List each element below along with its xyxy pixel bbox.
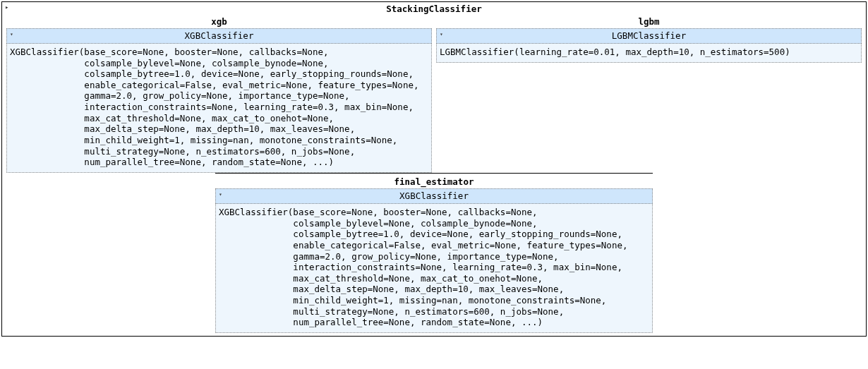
estimator-lgbm-header[interactable]: ▾ LGBMClassifier <box>436 28 862 44</box>
estimator-xgb-column: xgb ▾ XGBClassifier XGBClassifier(base_s… <box>6 16 432 173</box>
estimator-lgbm-column: lgbm ▾ LGBMClassifier LGBMClassifier(lea… <box>436 16 862 63</box>
estimator-lgbm-body: LGBMClassifier(learning_rate=0.01, max_d… <box>436 44 862 63</box>
main-title-row[interactable]: ▸ StackingClassifier <box>2 2 866 16</box>
estimator-xgb-header-text: XGBClassifier <box>185 30 254 41</box>
stacking-classifier-box: ▸ StackingClassifier xgb ▾ XGBClassifier… <box>1 1 867 337</box>
final-estimator-title: final_estimator <box>215 175 653 189</box>
final-estimator-divider: final_estimator ▾ XGBClassifier XGBClass… <box>215 173 653 333</box>
estimator-lgbm-name: lgbm <box>436 16 862 29</box>
final-estimator-header[interactable]: ▾ XGBClassifier <box>215 188 653 204</box>
chevron-down-icon[interactable]: ▾ <box>10 31 13 38</box>
final-estimator-header-text: XGBClassifier <box>399 190 469 201</box>
final-estimator-box: ▾ XGBClassifier XGBClassifier(base_score… <box>215 188 653 333</box>
estimator-lgbm-header-text: LGBMClassifier <box>612 30 686 41</box>
final-estimator-body: XGBClassifier(base_score=None, booster=N… <box>215 204 653 333</box>
final-estimator-section: final_estimator ▾ XGBClassifier XGBClass… <box>2 173 866 333</box>
chevron-down-icon[interactable]: ▾ <box>219 191 222 198</box>
chevron-right-icon[interactable]: ▸ <box>5 4 8 11</box>
diagram-root: ▸ StackingClassifier xgb ▾ XGBClassifier… <box>0 0 868 338</box>
base-estimators-row: xgb ▾ XGBClassifier XGBClassifier(base_s… <box>2 16 866 173</box>
estimator-xgb-body: XGBClassifier(base_score=None, booster=N… <box>6 44 432 173</box>
main-title-text: StackingClassifier <box>386 4 481 14</box>
estimator-xgb-name: xgb <box>6 16 432 29</box>
chevron-down-icon[interactable]: ▾ <box>440 31 443 38</box>
estimator-xgb-header[interactable]: ▾ XGBClassifier <box>6 28 432 44</box>
